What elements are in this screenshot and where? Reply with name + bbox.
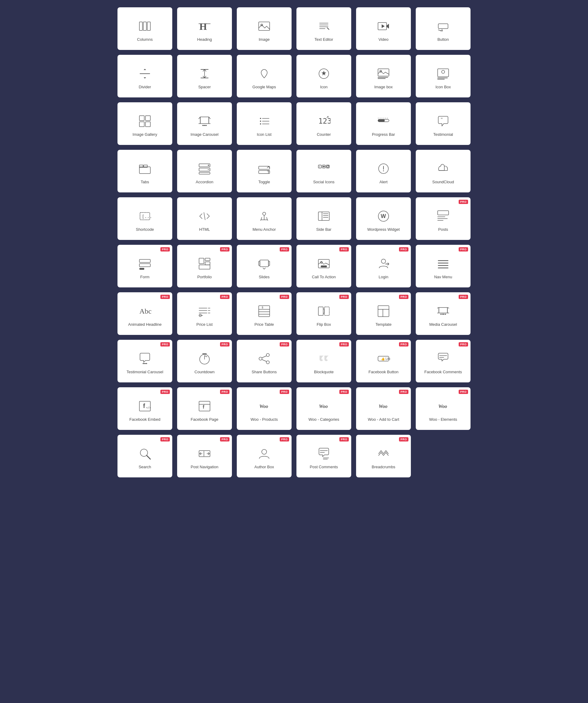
widget-card-icon-box[interactable]: Icon Box (416, 55, 471, 97)
svg-point-165 (262, 449, 267, 454)
widget-card-testimonial[interactable]: "Testimonial (416, 102, 471, 145)
widget-card-template[interactable]: PROTemplate (356, 292, 411, 335)
widget-card-side-bar[interactable]: Side Bar (297, 197, 351, 240)
widget-card-facebook-page[interactable]: PROfFacebook Page (177, 387, 232, 430)
testimonial-icon: " (435, 113, 451, 129)
widget-card-icon-list[interactable]: Icon List (237, 102, 291, 145)
columns-label: Columns (137, 37, 153, 42)
widget-card-text-editor[interactable]: Text Editor (297, 7, 351, 50)
widget-card-slides[interactable]: PROSlides (237, 245, 291, 288)
widget-card-call-to-action[interactable]: PROCall To Action (297, 245, 351, 288)
widget-card-woo-elements[interactable]: PROWooWoo - Elements (416, 387, 471, 430)
widget-card-alert[interactable]: Alert (356, 150, 411, 192)
social-icons-label: Social Icons (313, 180, 334, 184)
widget-card-facebook-comments[interactable]: PROFacebook Comments (416, 340, 471, 382)
widget-card-image-box[interactable]: Image box (356, 55, 411, 97)
widget-card-divider[interactable]: Divider (117, 55, 172, 97)
widget-card-author-box[interactable]: PROAuthor Box (237, 435, 291, 477)
widget-card-flip-box[interactable]: PROFlip Box (297, 292, 351, 335)
facebook-comments-icon (435, 351, 451, 367)
svg-rect-128 (318, 307, 323, 315)
widget-card-wordpress-widget[interactable]: WWordpress Widget (356, 197, 411, 240)
widget-card-post-comments[interactable]: PROPost Comments (297, 435, 351, 477)
widget-card-accordion[interactable]: Accordion (177, 150, 232, 192)
widget-card-image-gallery[interactable]: Image Gallery (117, 102, 172, 145)
widget-card-spacer[interactable]: Spacer (177, 55, 232, 97)
widget-card-woo-add-to-cart[interactable]: PROWooWoo - Add to Cart (356, 387, 411, 430)
pro-badge: PRO (399, 437, 408, 442)
image-gallery-icon (137, 113, 153, 129)
divider-icon (137, 66, 153, 82)
svg-text:$: $ (262, 306, 263, 309)
widget-card-portfolio[interactable]: PROPortfolio (177, 245, 232, 288)
svg-marker-71 (323, 166, 325, 167)
svg-point-44 (260, 121, 261, 122)
divider-label: Divider (139, 85, 151, 89)
image-label: Image (259, 37, 270, 42)
widget-card-nav-menu[interactable]: PRONav Menu (416, 245, 471, 288)
widget-card-progress-bar[interactable]: Progress Bar (356, 102, 411, 145)
widget-card-login[interactable]: PROLogin (356, 245, 411, 288)
widget-card-image[interactable]: Image (237, 7, 291, 50)
widget-card-facebook-button[interactable]: PRO👍 LikeFacebook Button (356, 340, 411, 382)
svg-rect-2 (147, 22, 150, 30)
template-label: Template (375, 322, 392, 327)
search-label: Search (139, 465, 151, 469)
counter-icon: 123 (316, 113, 332, 129)
widget-card-media-carousel[interactable]: PROMedia Carousel (416, 292, 471, 335)
widget-card-tabs[interactable]: Tabs (117, 150, 172, 192)
widget-card-woo-categories[interactable]: PROWooWoo - Categories (297, 387, 351, 430)
svg-point-31 (442, 70, 445, 73)
widget-card-google-maps[interactable]: Google Maps (237, 55, 291, 97)
widget-card-menu-anchor[interactable]: Menu Anchor (237, 197, 291, 240)
widget-card-html[interactable]: HTML (177, 197, 232, 240)
svg-text:H: H (199, 21, 207, 32)
svg-text:</>: </> (146, 406, 151, 409)
widget-card-testimonial-carousel[interactable]: PROTestimonial Carousel (117, 340, 172, 382)
svg-text:W: W (381, 213, 386, 219)
pro-badge: PRO (280, 247, 289, 251)
svg-line-162 (147, 456, 150, 459)
price-list-icon (196, 303, 213, 319)
woo-add-to-cart-label: Woo - Add to Cart (368, 417, 399, 422)
svg-text:Woo: Woo (438, 404, 447, 409)
widget-card-soundcloud[interactable]: SoundCloud (416, 150, 471, 192)
widget-card-facebook-embed[interactable]: PROf</>Facebook Embed (117, 387, 172, 430)
widget-card-countdown[interactable]: PROCountdown (177, 340, 232, 382)
widget-card-heading[interactable]: HHeading (177, 7, 232, 50)
svg-rect-35 (146, 116, 150, 121)
widget-card-animated-headline[interactable]: PROAbcAnimated Headline (117, 292, 172, 335)
pro-badge: PRO (339, 342, 349, 346)
widget-card-form[interactable]: PROForm (117, 245, 172, 288)
pro-badge: PRO (220, 437, 230, 442)
widget-card-counter[interactable]: 123Counter (297, 102, 351, 145)
widget-card-video[interactable]: Video (356, 7, 411, 50)
svg-point-46 (260, 123, 261, 125)
widget-card-columns[interactable]: Columns (117, 7, 172, 50)
svg-point-77 (383, 170, 384, 171)
pro-badge: PRO (220, 247, 230, 251)
progress-bar-icon (375, 113, 392, 129)
widget-card-social-icons[interactable]: fSocial Icons (297, 150, 351, 192)
widget-card-button[interactable]: Button (416, 7, 471, 50)
menu-anchor-label: Menu Anchor (253, 227, 276, 232)
widget-card-woo-products[interactable]: PROWooWoo - Products (237, 387, 291, 430)
widget-card-search[interactable]: PROSearch (117, 435, 172, 477)
svg-rect-34 (140, 116, 144, 121)
widget-card-icon[interactable]: Icon (297, 55, 351, 97)
widget-card-blockquote[interactable]: PROBlockquote (297, 340, 351, 382)
widget-card-posts[interactable]: PROPosts (416, 197, 471, 240)
widget-card-breadcrumbs[interactable]: PROBreadcrumbs (356, 435, 411, 477)
widget-card-price-table[interactable]: PRO$Price Table (237, 292, 291, 335)
google-maps-icon (256, 66, 272, 82)
widget-card-share-buttons[interactable]: PROShare Buttons (237, 340, 291, 382)
icon-list-label: Icon List (257, 132, 271, 137)
widget-card-toggle[interactable]: Toggle (237, 150, 291, 192)
widget-card-shortcode[interactable]: [...]Shortcode (117, 197, 172, 240)
widget-card-image-carousel[interactable]: Image Carousel (177, 102, 232, 145)
widget-card-post-navigation[interactable]: PROPost Navigation (177, 435, 232, 477)
pro-badge: PRO (160, 295, 170, 299)
widget-card-price-list[interactable]: PROPrice List (177, 292, 232, 335)
text-editor-label: Text Editor (314, 37, 333, 42)
svg-marker-13 (387, 24, 389, 28)
